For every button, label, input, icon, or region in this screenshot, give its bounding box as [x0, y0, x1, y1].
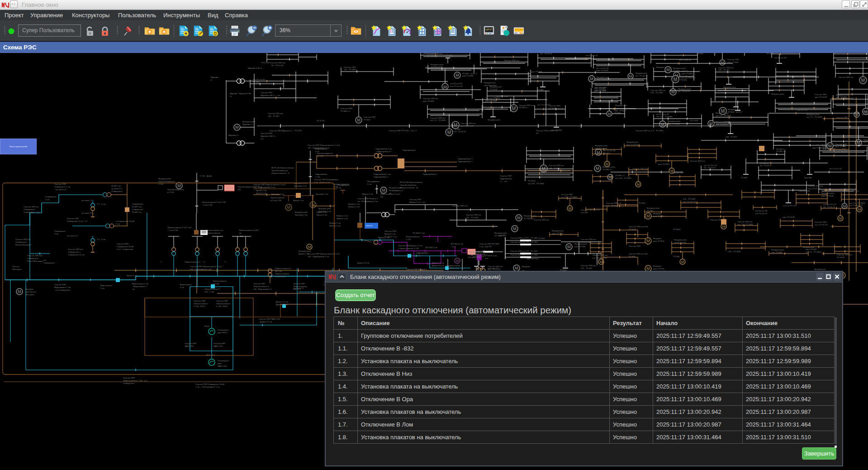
svg-text:узел ТП-4518: узел ТП-4518: [783, 216, 795, 218]
svg-text:ВЛ 35 кВ Ломоносовская: ВЛ 35 кВ Ломоносовская: [271, 167, 294, 169]
svg-text:M: M: [382, 188, 385, 192]
svg-text:M: M: [235, 125, 239, 129]
svg-text:Нагрузка узл: Нагрузка узл: [552, 230, 564, 232]
svg-text:M: M: [721, 61, 724, 65]
svg-text:Нагрузка узл: Нагрузка узл: [636, 72, 647, 74]
svg-text:Участок ЛЭП отп: Участок ЛЭП отп: [838, 76, 854, 78]
svg-text:узел ТП-4518: узел ТП-4518: [596, 69, 608, 72]
svg-text:Гидроприбор: Гидроприбор: [416, 252, 428, 254]
svg-text:Дамба 3.2 см: Дамба 3.2 см: [357, 262, 369, 264]
svg-text:ВЛ 35 кВ Ломоносовская -: ВЛ 35 кВ Ломоносовская -: [400, 181, 424, 183]
svg-text:M: M: [287, 205, 290, 210]
svg-text:1 сое: 1 сое: [315, 176, 320, 178]
svg-text:Участок ЛЭП Университет 35 кВ: Участок ЛЭП Университет 35 кВ: [195, 383, 224, 385]
svg-text:1 см: 1 см: [337, 187, 341, 189]
svg-text:Низино 1 см -: Низино 1 см -: [337, 215, 349, 217]
svg-text:СШ: СШ: [237, 188, 241, 191]
svg-text:Участок ЛЭП отп: Участок ЛЭП отп: [737, 221, 753, 223]
svg-text:Брюхово 1 см: Брюхово 1 см: [294, 185, 306, 187]
svg-text:отп 7.6 ТП-717: отп 7.6 ТП-717: [683, 201, 697, 203]
svg-text:отп 92 отп 93: отп 92 отп 93: [603, 149, 616, 152]
svg-text:ТП-4502 2 с: ТП-4502 2 с: [524, 217, 535, 220]
svg-text:отп 7.4 - ТП-5803: отп 7.4 - ТП-5803: [716, 115, 731, 117]
svg-text:Ирухово 6 кВ 1 с - отп: Ирухово 6 кВ 1 с - отп: [261, 94, 280, 96]
svg-text:59: 59: [536, 132, 538, 134]
svg-text:Участок ЛЭП: Участок ЛЭП: [54, 183, 66, 185]
svg-text:Участок ЛЭП отп: Участок ЛЭП отп: [837, 254, 852, 256]
svg-text:отп 139 - ТП-5869: отп 139 - ТП-5869: [615, 177, 631, 179]
svg-text:Участок ЛЭП: Участок ЛЭП: [261, 132, 272, 134]
svg-text:Ораниенбаумская: Ораниенбаумская: [400, 184, 417, 186]
svg-text:Гидроприбор 2: Гидроприбор 2: [526, 257, 539, 259]
svg-text:Нагрузка: Нагрузка: [653, 212, 661, 215]
svg-text:Гидроприбор 1 с: Гидроприбор 1 с: [374, 176, 389, 178]
svg-text:M: M: [455, 73, 459, 77]
svg-text:Участок ЛЭП отп: Участок ЛЭП отп: [427, 53, 442, 55]
svg-text:узел ТП-806: узел ТП-806: [497, 95, 508, 97]
svg-text:Гидроприбор 1 сое -: Гидроприбор 1 сое -: [374, 173, 392, 175]
svg-text:ЛАЭС-110: ЛАЭС-110: [218, 365, 227, 367]
svg-text:M: M: [861, 78, 865, 83]
svg-text:Дамба 3.2 см: Дамба 3.2 см: [276, 303, 288, 306]
svg-text:Низино 1 см -: Низино 1 см -: [384, 233, 397, 235]
svg-text:35 кВ 1 см: 35 кВ 1 см: [111, 185, 121, 187]
svg-text:Нагрузка узла: Нагрузка узла: [647, 207, 660, 209]
svg-text:Университет: Университет: [123, 382, 134, 384]
svg-text:2 см: 2 см: [54, 233, 58, 235]
svg-text:Участок ЛЭП отп: Участок ЛЭП отп: [268, 112, 283, 115]
svg-text:Генерация в: Генерация в: [218, 360, 229, 362]
svg-text:Гидроприбор 2: Гидроприбор 2: [403, 149, 416, 151]
svg-text:Нагрузка узла: Нагрузка узла: [728, 108, 741, 110]
svg-text:Низино 2 см: Низино 2 см: [329, 225, 341, 227]
svg-text:1 с - отп: 1 с - отп: [500, 180, 508, 182]
svg-text:Ломоносовская: Ломоносовская: [206, 232, 221, 234]
svg-text:Участок ЛЭП отп: Участок ЛЭП отп: [593, 254, 608, 256]
svg-text:Участок ЛЭП ТП-5731 - отп 5.7: Участок ЛЭП ТП-5731 - отп 5.7: [389, 129, 417, 132]
svg-text:M: M: [569, 206, 572, 211]
svg-text:Т-: Т-: [161, 261, 163, 263]
svg-text:ПГр-239: ПГр-239: [804, 177, 812, 179]
svg-text:Участок ЛЭП Петродворец,: Участок ЛЭП Петродворец,: [314, 178, 339, 181]
svg-text:1 см: 1 см: [45, 198, 49, 201]
svg-text:ТП-891.1 с: ТП-891.1 с: [519, 106, 529, 109]
svg-text:Участок ЛЭП: Участок ЛЭП: [384, 230, 396, 232]
svg-text:M: M: [646, 266, 650, 271]
svg-text:149 - ТП-807: 149 - ТП-807: [594, 87, 606, 89]
svg-text:узел ТП-866: узел ТП-866: [836, 96, 847, 98]
svg-text:- Мартышкино 1: - Мартышкино 1: [132, 285, 147, 288]
svg-text:ТП-826: ТП-826: [836, 53, 843, 53]
svg-text:узел Брюхово: узел Брюхово: [484, 84, 497, 86]
svg-text:Нагрузка узла: Нагрузка узла: [723, 86, 736, 88]
svg-text:ср.точка 7.2: ср.точка 7.2: [473, 255, 484, 258]
svg-text:ЗТП-832 2 см: ЗТП-832 2 см: [425, 246, 437, 249]
svg-text:Участок ЛЭП отп: Участок ЛЭП отп: [466, 214, 481, 216]
svg-text:Низино 2 см: Низино 2 см: [337, 217, 348, 220]
svg-text:Участок ЛЭП: Участок ЛЭП: [253, 283, 265, 285]
svg-text:см: см: [132, 288, 134, 290]
svg-text:Университет+2 см: Университет+2 см: [68, 254, 84, 256]
svg-text:в 2 см 2 СШ: в 2 см 2 СШ: [270, 199, 281, 201]
svg-text:Участок ЛЭП: Участок ЛЭП: [500, 175, 512, 177]
svg-text:77 - ТП-419: 77 - ТП-419: [427, 55, 438, 58]
svg-text:Нагрузка узла: Нагрузка узла: [821, 192, 835, 194]
svg-text:M: M: [590, 77, 593, 81]
svg-text:1 см - каб РП: 1 см - каб РП: [479, 245, 491, 248]
svg-text:Участок ЛЭП отп: Участок ЛЭП отп: [15, 238, 31, 240]
svg-text:ТП-4124: ТП-4124: [490, 88, 498, 91]
svg-text:54 - ТП-45 /9: 54 - ТП-45 /9: [636, 75, 647, 77]
svg-text:Участок ЛЭП каб РП - ТП- 815: Участок ЛЭП каб РП - ТП- 815: [510, 250, 538, 252]
svg-text:54 - ТП-45 /9: 54 - ТП-45 /9: [716, 123, 728, 125]
svg-text:35 кВ 1 см -: 35 кВ 1 см -: [132, 206, 143, 208]
svg-text:Участок ЛЭП ЗТП-832: Участок ЛЭП ЗТП-832: [479, 243, 500, 245]
svg-text:Нагрузка узла: Нагрузка узла: [673, 67, 686, 69]
svg-text:149 - ТП-807: 149 - ТП-807: [726, 136, 737, 138]
svg-text:Низино 1 см -: Низино 1 см -: [329, 222, 342, 224]
svg-text:ТП-4502 1 см: ТП-4502 1 см: [413, 232, 425, 234]
svg-text:отп 139 - ТП-5869: отп 139 - ТП-5869: [528, 182, 544, 185]
svg-text:131 - ТП-5687: 131 - ТП-5687: [344, 68, 356, 71]
svg-text:ср.точка 5-2: ср.точка 5-2: [67, 235, 78, 237]
svg-text:узле: узле: [218, 362, 222, 364]
svg-text:Брюхо 1 см: Брюхо 1 см: [256, 192, 266, 194]
svg-text:Участок ЛЭП Ломоносовская 2 см: Участок ЛЭП Ломоносовская 2 см 1: [308, 253, 340, 255]
svg-text:Участок ЛЭП отп 157: Участок ЛЭП отп 157: [581, 209, 600, 211]
